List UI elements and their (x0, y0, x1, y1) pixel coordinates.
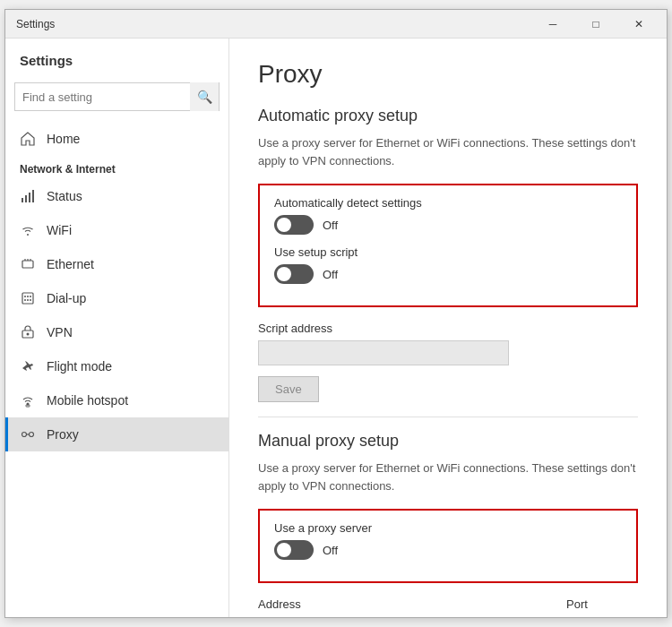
search-icon: 🔍 (197, 90, 212, 104)
manual-section-desc: Use a proxy server for Ethernet or WiFi … (258, 460, 638, 494)
hotspot-icon (20, 392, 36, 408)
sidebar-item-home-label: Home (47, 132, 80, 146)
setup-script-toggle-container: Off (274, 264, 622, 284)
sidebar-item-proxy-label: Proxy (47, 427, 79, 442)
wifi-icon (20, 222, 36, 238)
auto-section-title: Automatic proxy setup (258, 107, 638, 125)
sidebar-item-flightmode-label: Flight mode (47, 359, 112, 374)
manual-section-title: Manual proxy setup (258, 432, 638, 451)
sidebar-item-vpn-label: VPN (47, 325, 73, 339)
svg-point-20 (30, 433, 34, 437)
main-content: Settings 🔍 Home Network & Internet (5, 39, 667, 617)
script-address-input[interactable] (258, 340, 509, 365)
svg-rect-1 (25, 195, 27, 202)
right-panel: Proxy Automatic proxy setup Use a proxy … (229, 39, 667, 617)
svg-point-9 (24, 296, 26, 297)
sidebar-item-wifi-label: WiFi (47, 223, 72, 237)
auto-detect-label: Automatically detect settings (274, 196, 622, 210)
svg-rect-0 (22, 198, 23, 202)
sidebar: Settings 🔍 Home Network & Internet (5, 39, 229, 617)
minimize-button[interactable]: ─ (532, 13, 573, 35)
sidebar-item-wifi[interactable]: WiFi (5, 213, 228, 247)
svg-rect-18 (26, 405, 30, 407)
save-button[interactable]: Save (258, 376, 319, 402)
auto-detect-toggle[interactable] (274, 215, 314, 235)
sidebar-item-mobilehotspot[interactable]: Mobile hotspot (5, 383, 228, 417)
sidebar-item-status[interactable]: Status (5, 179, 228, 213)
auto-detect-knob (277, 218, 291, 232)
maximize-button[interactable]: □ (575, 13, 616, 35)
address-label: Address (258, 597, 566, 611)
setup-script-label: Use setup script (274, 245, 622, 259)
setup-script-toggle[interactable] (274, 264, 314, 284)
use-proxy-toggle[interactable] (274, 540, 314, 560)
setup-script-track (274, 264, 314, 284)
setup-script-toggle-row: Use setup script Off (274, 245, 622, 284)
use-proxy-toggle-row: Use a proxy server Off (274, 521, 622, 560)
dialup-icon (20, 290, 36, 306)
vpn-icon (20, 324, 36, 340)
svg-rect-3 (32, 190, 34, 202)
use-proxy-toggle-container: Off (274, 540, 622, 560)
auto-proxy-box: Automatically detect settings Off Use se (258, 184, 638, 307)
svg-point-12 (24, 299, 26, 301)
sidebar-item-dialup-label: Dial-up (47, 291, 86, 305)
sidebar-item-home[interactable]: Home (5, 122, 228, 156)
manual-proxy-box: Use a proxy server Off (258, 509, 638, 583)
sidebar-app-title: Settings (5, 46, 228, 82)
svg-rect-8 (22, 293, 33, 304)
svg-point-19 (22, 433, 27, 437)
sidebar-item-vpn[interactable]: VPN (5, 315, 228, 349)
svg-point-16 (27, 333, 30, 336)
use-proxy-knob (277, 543, 291, 557)
use-proxy-state: Off (323, 544, 338, 557)
sidebar-item-ethernet[interactable]: Ethernet (5, 247, 228, 281)
auto-section-desc: Use a proxy server for Ethernet or WiFi … (258, 134, 638, 169)
sidebar-item-status-label: Status (47, 189, 82, 203)
port-label: Port (566, 597, 638, 611)
svg-point-10 (27, 296, 29, 297)
proxy-icon (20, 426, 36, 442)
page-title: Proxy (258, 60, 638, 89)
svg-rect-4 (22, 261, 33, 268)
section-divider (258, 417, 638, 417)
setup-script-knob (277, 267, 291, 281)
status-icon (20, 188, 36, 204)
auto-detect-state: Off (323, 219, 338, 232)
sidebar-item-ethernet-label: Ethernet (47, 257, 94, 271)
sidebar-item-mobilehotspot-label: Mobile hotspot (47, 393, 128, 408)
title-bar: Settings ─ □ ✕ (5, 10, 667, 39)
svg-point-14 (30, 299, 31, 301)
auto-detect-track (274, 215, 314, 235)
setup-script-state: Off (323, 268, 338, 281)
auto-detect-toggle-row: Automatically detect settings Off (274, 196, 622, 235)
sidebar-item-flightmode[interactable]: Flight mode (5, 349, 228, 383)
home-icon (20, 131, 36, 147)
window-controls: ─ □ ✕ (532, 13, 659, 35)
settings-window: Settings ─ □ ✕ Settings 🔍 (4, 9, 668, 618)
address-port-row: Address Port (258, 597, 638, 611)
ethernet-icon (20, 256, 36, 272)
close-button[interactable]: ✕ (618, 13, 659, 35)
script-address-label: Script address (258, 322, 638, 335)
script-address-section: Script address Save (258, 322, 638, 402)
flight-icon (20, 358, 36, 374)
sidebar-item-proxy[interactable]: Proxy (5, 417, 228, 451)
auto-detect-toggle-container: Off (274, 215, 622, 235)
svg-point-11 (30, 296, 31, 297)
sidebar-item-dialup[interactable]: Dial-up (5, 281, 228, 315)
use-proxy-label: Use a proxy server (274, 521, 622, 535)
window-title: Settings (16, 18, 55, 30)
sidebar-section-label: Network & Internet (5, 156, 228, 179)
use-proxy-track (274, 540, 314, 560)
search-box[interactable]: 🔍 (14, 82, 220, 111)
search-button[interactable]: 🔍 (190, 82, 219, 111)
svg-rect-2 (29, 193, 30, 202)
svg-point-13 (27, 299, 29, 301)
search-input[interactable] (15, 90, 190, 104)
